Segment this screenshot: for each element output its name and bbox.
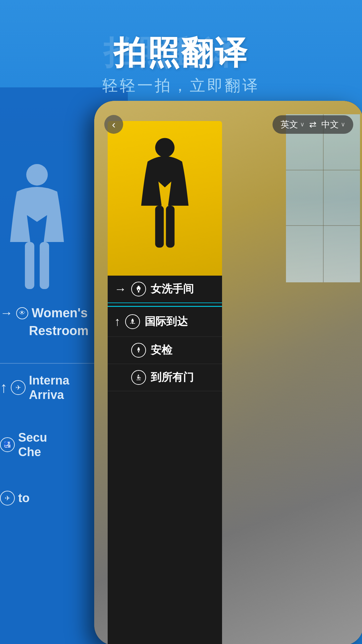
bg-arrivals-row: ↑ ✈ InternaArriva (0, 373, 69, 402)
bg-to-row: ✈ to (0, 491, 30, 506)
svg-rect-14 (139, 351, 139, 353)
sign-row-arrivals: ↑ 国际到达 (108, 307, 222, 337)
source-language[interactable]: 英文 ∨ (281, 119, 304, 130)
title-watermark: 拍照翻译 (104, 32, 238, 75)
back-button[interactable]: ‹ (104, 115, 123, 134)
svg-rect-13 (138, 351, 139, 353)
sign-pole: → 女洗手间 (108, 101, 236, 644)
sign-woman-figure (138, 134, 192, 255)
source-lang-chevron: ∨ (300, 121, 304, 128)
sign-gates-text: 到所有门 (151, 370, 194, 385)
sign-restroom-text: 女洗手间 (151, 282, 194, 296)
svg-rect-8 (139, 290, 139, 292)
svg-rect-1 (25, 242, 34, 289)
page-container: 拍照翻译 拍照翻译 轻轻一拍，立即翻译 → 👁 (0, 0, 362, 644)
svg-rect-4 (155, 206, 164, 248)
sign-gates-icon (131, 370, 146, 385)
sign-arrow-right: → (114, 282, 126, 296)
svg-rect-7 (138, 290, 139, 292)
sign-security-icon (131, 343, 146, 358)
bg-womens-text: → 👁 Women's Restroom (0, 306, 88, 338)
source-lang-label: 英文 (281, 119, 298, 130)
swap-button[interactable]: ⇄ (309, 119, 317, 130)
bg-woman-figure (0, 161, 74, 296)
sign-restroom-icon (131, 282, 146, 296)
svg-rect-5 (166, 206, 175, 248)
phone-topbar: ‹ 英文 ∨ ⇄ 中文 ∨ (94, 111, 362, 138)
sign-arrow-up: ↑ (114, 315, 120, 329)
language-bar: 英文 ∨ ⇄ 中文 ∨ (273, 115, 353, 134)
sign-row-security: 安检 (108, 337, 222, 364)
sign-arrivals-text: 国际到达 (145, 314, 188, 329)
svg-point-3 (155, 138, 175, 157)
svg-rect-2 (40, 242, 49, 289)
target-lang-chevron: ∨ (341, 121, 345, 128)
svg-point-0 (26, 164, 48, 186)
sign-yellow-section (108, 121, 222, 276)
phone-screen: → 女洗手间 (94, 101, 362, 644)
sign-row-gates: 到所有门 (108, 364, 222, 391)
target-lang-label: 中文 (321, 119, 339, 130)
bg-security-row: 🛃 SecuChe (0, 430, 47, 459)
sign-arrivals-icon (125, 314, 140, 329)
subtitle: 轻轻一拍，立即翻译 (102, 75, 260, 96)
sign-security-text: 安检 (151, 343, 172, 358)
sign-black-section: → 女洗手间 (108, 276, 222, 644)
title-wrapper: 拍照翻译 拍照翻译 (114, 32, 248, 75)
sign-row-restroom: → 女洗手间 (108, 276, 222, 303)
target-language[interactable]: 中文 ∨ (321, 119, 345, 130)
phone-mockup: → 女洗手间 (94, 101, 362, 644)
